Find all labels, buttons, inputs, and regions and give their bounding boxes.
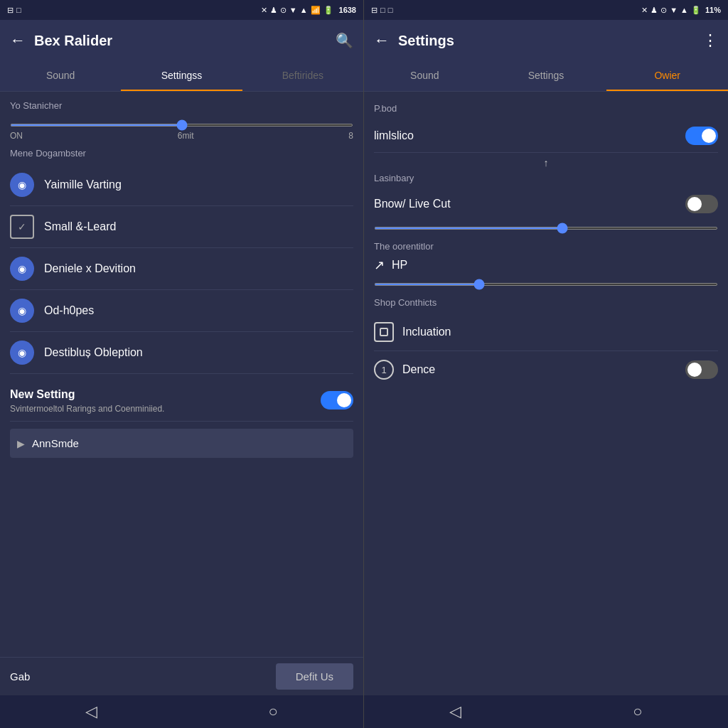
tabs-right: Sound Settings Owier <box>364 61 728 92</box>
ann-smode-icon: ▶ <box>17 438 25 449</box>
lasinbary-label: Lasinbary <box>374 173 718 183</box>
upward-arrow: ↑ <box>374 153 718 173</box>
bottom-row-left: Gab Defit Us <box>0 657 363 695</box>
panel-right: ⊟□□ ✕♟⊙▼▲🔋 11% ← Settings ⋮ Sound Settin… <box>364 0 728 728</box>
limlslico-toggle[interactable] <box>685 127 718 145</box>
list-item-2[interactable]: ◉ Deniele x Devition <box>10 248 353 290</box>
nav-bar-right: ◁ ○ <box>364 695 728 728</box>
status-right-info: ✕♟⊙▼▲🔋 11% <box>641 6 721 15</box>
status-bar-right: ⊟□□ ✕♟⊙▼▲🔋 11% <box>364 0 728 20</box>
tab-sound-right[interactable]: Sound <box>364 61 486 91</box>
nav-back-icon-right[interactable]: ◁ <box>449 702 461 721</box>
dence-row: 1 Dence <box>374 351 718 388</box>
nav-bar-left: ◁ ○ <box>0 695 363 728</box>
ann-smode-row[interactable]: ▶ AnnSmde <box>10 429 353 458</box>
defit-button[interactable]: Defit Us <box>276 663 353 690</box>
incluation-text: Incluation <box>402 326 451 338</box>
list-item-3[interactable]: ◉ Od-h0pes <box>10 290 353 332</box>
slider-left-label: ON <box>10 131 23 141</box>
dence-toggle[interactable] <box>685 360 718 379</box>
tab-beftirides-left[interactable]: Beftirides <box>242 61 363 91</box>
gab-label: Gab <box>10 670 30 682</box>
bnow-live-label: Bnow/ Live Cut <box>374 198 451 210</box>
list-icon-0: ◉ <box>10 173 34 197</box>
the-ooren-label: The oorentitlor <box>374 241 718 252</box>
slider-right-label: 8 <box>348 131 353 141</box>
list-item-0[interactable]: ◉ Yaimille Varting <box>10 164 353 206</box>
list-item-4[interactable]: ◉ Destibluș Obleption <box>10 332 353 374</box>
app-title-right: Settings <box>398 33 454 49</box>
slider2-row <box>374 220 718 232</box>
back-icon-right[interactable]: ← <box>374 31 390 50</box>
tabs-left: Sound Settingss Beftirides <box>0 61 363 92</box>
new-setting-desc: Svintermoeltol Rarings and Coenminiied. <box>10 404 164 414</box>
slider-mid-label: 6mit <box>178 131 194 141</box>
status-time: 1638 <box>339 6 356 14</box>
new-setting-title: New Setting <box>10 388 164 401</box>
content-left: Yo Stanicher ON 6mit 8 Mene Dogambster ◉… <box>0 92 363 657</box>
list-text-2: Deniele x Devition <box>44 262 136 275</box>
main-slider[interactable] <box>10 124 353 127</box>
status-right-icons: ⊟□□ <box>371 6 392 15</box>
panel-left: ⊟□ ✕♟⊙▼▲📶🔋 1638 ← Bex Ralider 🔍 Sound Se… <box>0 0 364 728</box>
hp-text: HP <box>392 259 407 272</box>
pbod-label: P.bod <box>374 103 718 114</box>
list-icon-4: ◉ <box>10 341 34 365</box>
list-text-4: Destibluș Obleption <box>44 346 143 359</box>
more-icon-right[interactable]: ⋮ <box>702 31 718 50</box>
dence-num: 1 <box>374 360 394 380</box>
bnow-live-row: Bnow/ Live Cut <box>374 189 718 220</box>
nav-home-icon-left[interactable]: ○ <box>269 702 278 721</box>
status-bar-left: ⊟□ ✕♟⊙▼▲📶🔋 1638 <box>0 0 363 20</box>
status-right-left: ✕♟⊙▼▲📶🔋 1638 <box>261 6 356 15</box>
incluation-row[interactable]: Incluation <box>374 314 718 351</box>
app-header-left: ← Bex Ralider 🔍 <box>0 20 363 61</box>
tab-settings-left[interactable]: Settingss <box>121 61 242 91</box>
tab-sound-left[interactable]: Sound <box>0 61 121 91</box>
slider-row: ON 6mit 8 <box>10 117 353 141</box>
hp-row: ↗ HP <box>374 257 718 273</box>
back-icon-left[interactable]: ← <box>10 31 26 50</box>
nav-back-icon-left[interactable]: ◁ <box>85 702 97 721</box>
status-left-icons: ⊟□ <box>7 6 21 15</box>
shop-label: Shop Conthicts <box>374 297 718 308</box>
section-label-mene: Mene Dogambster <box>10 148 353 159</box>
section-label-yo: Yo Stanicher <box>10 100 353 111</box>
list-text-0: Yaimille Varting <box>44 178 122 191</box>
list-text-1: Small &-Leard <box>44 220 116 233</box>
tab-settings-right[interactable]: Settings <box>486 61 607 91</box>
content-right: P.bod limlslico ↑ Lasinbary Bnow/ Live C… <box>364 92 728 695</box>
app-header-right: ← Settings ⋮ <box>364 20 728 61</box>
new-setting-block: New Setting Svintermoeltol Rarings and C… <box>10 381 353 422</box>
nav-home-icon-right[interactable]: ○ <box>633 702 642 721</box>
new-setting-toggle[interactable] <box>321 391 353 410</box>
limlslico-row: limlslico <box>374 119 718 153</box>
list-item-1[interactable]: ✓ Small &-Leard <box>10 206 353 248</box>
battery-pct: 11% <box>705 6 721 14</box>
hp-icon: ↗ <box>374 257 385 273</box>
list-icon-2: ◉ <box>10 257 34 281</box>
list-icon-1: ✓ <box>10 215 34 239</box>
ann-smode-text: AnnSmde <box>32 437 79 449</box>
list-text-3: Od-h0pes <box>44 304 94 317</box>
tab-owier-right[interactable]: Owier <box>606 61 728 91</box>
slider3-row <box>374 276 718 289</box>
bnow-live-toggle[interactable] <box>685 195 718 213</box>
limlslico-label: limlslico <box>374 129 414 142</box>
app-title-left: Bex Ralider <box>34 33 112 49</box>
list-icon-3: ◉ <box>10 299 34 323</box>
search-icon-left[interactable]: 🔍 <box>336 32 353 49</box>
slider3[interactable] <box>374 283 718 286</box>
slider2[interactable] <box>374 227 718 230</box>
dence-text: Dence <box>402 363 435 376</box>
incluation-icon <box>374 322 394 342</box>
